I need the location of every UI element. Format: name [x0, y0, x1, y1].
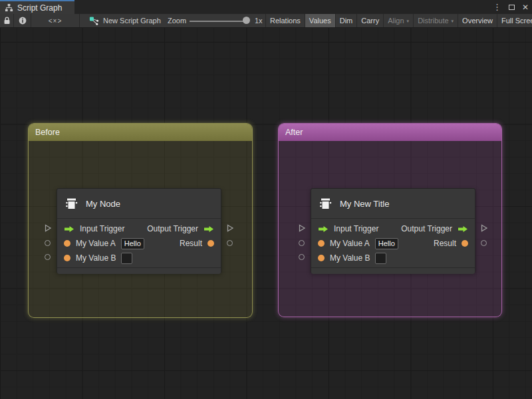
node-my-node[interactable]: My Node Input Trigger Output Trigger — [57, 188, 221, 273]
values-label: Values — [309, 17, 331, 25]
script-graph-asset-icon — [89, 16, 99, 26]
maximize-icon[interactable] — [509, 5, 515, 10]
distribute-dropdown[interactable]: Distribute ▾ — [413, 14, 458, 27]
port-label: My Value B — [76, 253, 116, 263]
ext-value-in-port-icon[interactable] — [45, 240, 51, 246]
port-label: Output Trigger — [147, 224, 198, 233]
value-b-input[interactable] — [375, 253, 386, 264]
window-controls: ⋮ ✕ — [493, 0, 529, 14]
chevron-down-icon: ▾ — [407, 19, 410, 23]
ext-flow-out-port-icon[interactable] — [480, 224, 488, 232]
chevron-down-icon: ▾ — [452, 19, 454, 23]
script-graph-tab-icon — [5, 3, 13, 12]
value-out-port-icon[interactable] — [462, 240, 468, 247]
node-title: My New Title — [340, 199, 389, 209]
node-footer — [311, 267, 475, 274]
graph-asset-name: New Script Graph — [103, 17, 161, 25]
port-row: My Value A Hello Result — [311, 236, 475, 251]
overview-label: Overview — [462, 17, 493, 25]
flow-in-port-icon[interactable] — [64, 225, 74, 233]
info-icon — [19, 17, 27, 25]
port-row: Input Trigger Output Trigger — [57, 221, 221, 236]
group-after-title: After — [285, 128, 303, 137]
carry-label: Carry — [361, 17, 379, 25]
close-icon[interactable]: ✕ — [522, 3, 529, 11]
full-screen-label: Full Screen — [501, 17, 532, 25]
unit-icon — [65, 196, 79, 211]
ext-value-out-port-icon[interactable] — [481, 240, 487, 246]
tab-script-graph[interactable]: Script Graph — [0, 0, 74, 14]
node-header[interactable]: My New Title — [311, 189, 475, 219]
port-label: Result — [434, 239, 456, 248]
info-button[interactable] — [14, 14, 31, 27]
script-graph-window: Script Graph ⋮ ✕ <×> — [0, 0, 532, 399]
group-before-title: Before — [35, 128, 60, 137]
full-screen-button[interactable]: Full Screen — [497, 14, 532, 27]
code-view-button[interactable]: <×> — [31, 14, 80, 27]
relations-button[interactable]: Relations — [265, 14, 305, 27]
group-after-header[interactable]: After — [279, 124, 501, 141]
port-row: My Value A Hello Result — [57, 236, 221, 251]
zoom-slider-handle[interactable] — [243, 17, 250, 24]
value-in-port-icon[interactable] — [318, 240, 325, 247]
port-label: Result — [180, 239, 202, 248]
node-title: My Node — [86, 199, 120, 209]
zoom-label: Zoom — [168, 17, 186, 25]
port-label: My Value A — [330, 239, 370, 248]
value-a-input[interactable]: Hello — [121, 238, 144, 249]
value-in-port-icon[interactable] — [64, 240, 70, 247]
node-ports: Input Trigger Output Trigger My Value A … — [57, 219, 221, 265]
port-row: My Value B — [311, 251, 475, 265]
zoom-slider-track[interactable] — [190, 21, 247, 22]
overview-button[interactable]: Overview — [458, 14, 497, 27]
node-ports: Input Trigger Output Trigger My Value A … — [311, 219, 475, 265]
relations-label: Relations — [270, 17, 301, 25]
ext-flow-out-port-icon[interactable] — [226, 224, 234, 232]
unit-icon — [319, 196, 333, 211]
toolbar-toggle-group: Relations Values Dim Carry Align ▾ Distr… — [265, 14, 532, 27]
port-row: Input Trigger Output Trigger — [311, 221, 475, 236]
port-label: My Value A — [76, 239, 116, 248]
ext-value-out-port-icon[interactable] — [227, 240, 233, 246]
group-before-header[interactable]: Before — [29, 124, 252, 141]
ext-value-in-port-icon[interactable] — [299, 254, 305, 260]
lock-icon — [3, 17, 11, 25]
port-label: Input Trigger — [80, 224, 124, 233]
flow-in-port-icon[interactable] — [318, 225, 329, 233]
align-dropdown[interactable]: Align ▾ — [383, 14, 413, 27]
graph-toolbar: <×> New Script Graph Zoom 1x Relations V… — [0, 14, 532, 28]
graph-asset-selector[interactable]: New Script Graph — [89, 14, 161, 27]
values-button[interactable]: Values — [305, 14, 335, 27]
port-label: Output Trigger — [401, 224, 452, 233]
ext-value-in-port-icon[interactable] — [45, 254, 51, 260]
tab-bar: Script Graph ⋮ ✕ — [0, 0, 532, 14]
dim-button[interactable]: Dim — [335, 14, 357, 27]
node-header[interactable]: My Node — [57, 189, 221, 219]
zoom-label-wrap: Zoom — [168, 14, 186, 27]
value-a-input[interactable]: Hello — [375, 238, 398, 249]
value-in-port-icon[interactable] — [318, 255, 325, 261]
align-label: Align — [388, 17, 404, 25]
node-my-new-title[interactable]: My New Title Input Trigger Output Trigge… — [311, 188, 475, 273]
value-b-input[interactable] — [121, 253, 132, 264]
window-menu-icon[interactable]: ⋮ — [493, 3, 501, 11]
zoom-value: 1x — [255, 17, 263, 25]
zoom-value-wrap: 1x — [255, 14, 263, 27]
flow-out-port-icon[interactable] — [458, 225, 468, 233]
value-in-port-icon[interactable] — [64, 255, 70, 261]
value-out-port-icon[interactable] — [207, 240, 214, 247]
port-label: Input Trigger — [334, 224, 378, 233]
graph-canvas[interactable]: Before After My Node — [0, 28, 532, 399]
tab-label: Script Graph — [17, 3, 62, 13]
ext-flow-in-port-icon[interactable] — [44, 224, 52, 232]
ext-flow-in-port-icon[interactable] — [298, 224, 306, 232]
flow-out-port-icon[interactable] — [203, 225, 214, 233]
lock-button[interactable] — [0, 14, 14, 27]
port-row: My Value B — [57, 251, 221, 265]
node-footer — [57, 267, 221, 274]
code-icon: <×> — [49, 17, 63, 25]
ext-value-in-port-icon[interactable] — [299, 240, 305, 246]
distribute-label: Distribute — [418, 17, 448, 25]
carry-button[interactable]: Carry — [356, 14, 383, 27]
dim-label: Dim — [340, 17, 353, 25]
